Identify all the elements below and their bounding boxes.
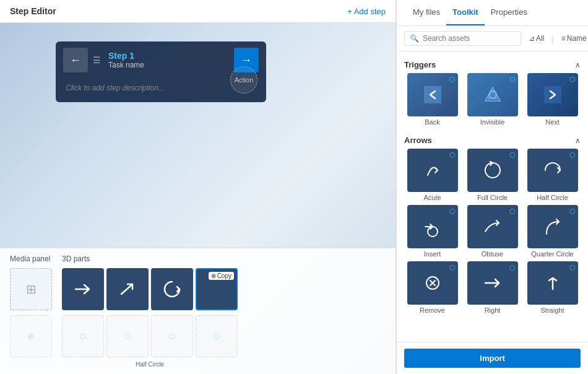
- tab-toolkit[interactable]: Toolkit: [446, 0, 485, 25]
- trigger-invisible-corner-icon: ⬡: [509, 76, 516, 84]
- add-step-button[interactable]: + Add step: [347, 7, 386, 16]
- empty-icon-3: ⬡: [169, 332, 175, 341]
- arrow-obtuse-corner-icon: ⬡: [509, 207, 516, 215]
- parts-slot-1[interactable]: [62, 268, 104, 310]
- sort-button[interactable]: ≡ Name: [559, 33, 588, 44]
- media-slot-icon: ⊞: [26, 282, 37, 297]
- parts-empty-2[interactable]: ⬡: [106, 315, 149, 357]
- arrow-obtuse-item[interactable]: ⬡ Obtuse: [464, 205, 521, 258]
- arrow-insert-label: Insert: [424, 250, 441, 258]
- trigger-next-item[interactable]: ⬡ Next: [524, 73, 581, 126]
- trigger-back-label: Back: [425, 118, 439, 126]
- svg-marker-1: [426, 89, 439, 101]
- arrows-grid: ⬡ Acute ⬡ Full Circle: [404, 149, 581, 314]
- step-name: Step 1: [108, 51, 229, 61]
- parts-empty-grid: ⬡ ⬡ ⬡ ⬡: [62, 315, 238, 357]
- tab-properties[interactable]: Properties: [485, 0, 534, 25]
- bottom-panels: Media panel ⊞ ⊕ 3D parts: [0, 248, 396, 374]
- trigger-next-icon: [539, 81, 566, 108]
- arrow-obtuse-label: Obtuse: [482, 250, 503, 258]
- right-arrow-icon: [71, 277, 95, 302]
- tab-my-files[interactable]: My files: [407, 0, 446, 25]
- triggers-title: Triggers: [404, 60, 436, 69]
- media-panel-section: Media panel ⊞ ⊕: [10, 254, 52, 368]
- parts-panel-section: 3D parts: [62, 254, 238, 368]
- parts-slot-4-copy[interactable]: ⬡ ⊕Copy: [196, 268, 238, 310]
- arrow-half-circle-thumb: ⬡: [527, 149, 578, 192]
- trigger-back-icon: [419, 81, 446, 108]
- arrow-acute-corner-icon: ⬡: [449, 151, 456, 159]
- arrow-full-circle-icon: [479, 157, 506, 184]
- trigger-invisible-thumb: ⬡: [467, 73, 518, 116]
- toolkit-content: Triggers ∧ ⬡ Back ⬡: [397, 51, 588, 342]
- arrow-remove-icon: [419, 269, 446, 297]
- triggers-section-header: Triggers ∧: [404, 56, 581, 73]
- media-empty-slot-1[interactable]: ⊕: [10, 315, 52, 357]
- arrow-insert-thumb: ⬡: [407, 205, 458, 248]
- arrow-right-item[interactable]: ⬡ Right: [464, 261, 521, 314]
- triggers-chevron[interactable]: ∧: [575, 61, 581, 69]
- arrow-half-circle-corner-icon: ⬡: [569, 151, 576, 159]
- parts-slot-3[interactable]: [151, 268, 193, 310]
- parts-panel-label: 3D parts: [62, 254, 238, 263]
- step-card: ← ☰ Step 1 Task name → Click to add step…: [56, 41, 266, 102]
- arrow-right-corner-icon: ⬡: [509, 264, 516, 272]
- arrow-full-circle-item[interactable]: ⬡ Full Circle: [464, 149, 521, 201]
- arrow-acute-thumb: ⬡: [407, 149, 458, 192]
- media-panel-label: Media panel: [10, 254, 52, 263]
- import-bar: Import: [397, 342, 588, 374]
- arrow-half-circle-item[interactable]: ⬡ Half Circle: [524, 149, 581, 201]
- trigger-invisible-label: Invisible: [480, 118, 505, 126]
- import-button[interactable]: Import: [404, 349, 581, 368]
- parts-empty-3[interactable]: ⬡: [151, 315, 193, 357]
- search-input[interactable]: [423, 34, 516, 43]
- arrow-insert-corner-icon: ⬡: [449, 207, 456, 215]
- arrow-full-circle-corner-icon: ⬡: [509, 151, 516, 159]
- arrow-quarter-circle-thumb: ⬡: [527, 205, 578, 248]
- arrow-acute-label: Acute: [423, 194, 441, 201]
- arrows-title: Arrows: [404, 136, 432, 145]
- arrows-chevron[interactable]: ∧: [575, 136, 581, 145]
- empty-icon-1: ⬡: [80, 332, 86, 341]
- filter-separator: |: [551, 34, 553, 43]
- media-slot[interactable]: ⊞: [10, 268, 52, 310]
- arrow-acute-item[interactable]: ⬡ Acute: [404, 149, 460, 201]
- arrows-section-header: Arrows ∧: [404, 132, 581, 149]
- trigger-invisible-item[interactable]: ⬡ Invisible: [464, 73, 521, 126]
- filter-button[interactable]: ⊿ All: [526, 33, 547, 44]
- arrow-remove-corner-icon: ⬡: [449, 264, 456, 272]
- step-editor-panel: Step Editor + Add step ← ☰ Step 1 Task n…: [0, 0, 396, 374]
- parts-empty-1[interactable]: ⬡: [62, 315, 104, 357]
- trigger-back-corner-icon: ⬡: [449, 76, 456, 84]
- media-empty-icon-1: ⊕: [27, 331, 35, 341]
- trigger-invisible-icon: [479, 81, 506, 108]
- parts-slot-2[interactable]: [106, 268, 149, 310]
- step-info: Step 1 Task name: [108, 51, 229, 69]
- arrow-right-label: Right: [485, 307, 501, 314]
- empty-icon-4: ⬡: [214, 332, 220, 341]
- parts-panel-grid: ⬡ ⊕Copy: [62, 268, 238, 310]
- arrow-straight-item[interactable]: ⬡ Straight: [524, 261, 581, 314]
- trigger-back-item[interactable]: ⬡ Back: [404, 73, 460, 126]
- arrow-acute-icon: [419, 157, 446, 184]
- canvas-area: ← ☰ Step 1 Task name → Click to add step…: [0, 23, 396, 374]
- right-tabs: My files Toolkit Properties: [397, 0, 588, 26]
- arrow-remove-item[interactable]: ⬡ Remove: [404, 261, 460, 314]
- right-panel: My files Toolkit Properties 🔍 ⊿ All | ≡ …: [396, 0, 588, 374]
- step-editor-header: Step Editor + Add step: [0, 0, 396, 23]
- arrow-quarter-circle-item[interactable]: ⬡ Quarter Circle: [524, 205, 581, 258]
- arrow-quarter-circle-icon: [539, 213, 566, 240]
- svg-marker-3: [544, 86, 561, 103]
- arrow-straight-icon: [539, 269, 566, 297]
- parts-empty-4[interactable]: ⬡: [196, 315, 238, 357]
- search-filter-row: 🔍 ⊿ All | ≡ Name: [397, 26, 588, 51]
- arrow-quarter-circle-corner-icon: ⬡: [569, 207, 576, 215]
- step-back-button[interactable]: ←: [63, 48, 88, 72]
- arrow-insert-item[interactable]: ⬡ Insert: [404, 205, 460, 258]
- search-box[interactable]: 🔍: [404, 31, 521, 46]
- arrow-straight-thumb: ⬡: [527, 261, 578, 305]
- sort-icon: ≡: [561, 34, 566, 43]
- arrow-quarter-circle-label: Quarter Circle: [531, 250, 573, 258]
- action-button[interactable]: Action: [230, 66, 257, 94]
- arrow-straight-corner-icon: ⬡: [569, 264, 576, 272]
